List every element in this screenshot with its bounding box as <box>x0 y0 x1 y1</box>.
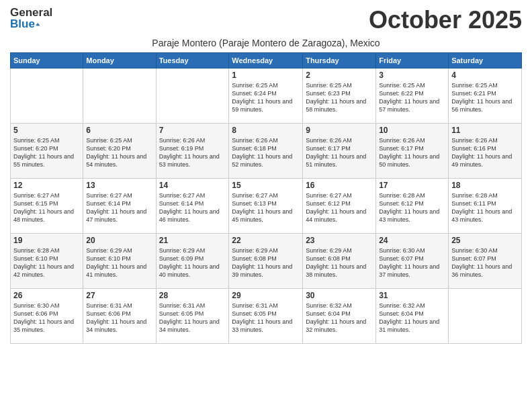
day-info: Sunrise: 6:28 AM Sunset: 6:11 PM Dayligh… <box>451 191 519 224</box>
day-info: Sunrise: 6:31 AM Sunset: 6:06 PM Dayligh… <box>86 302 152 334</box>
calendar-cell: 26Sunrise: 6:30 AM Sunset: 6:06 PM Dayli… <box>11 288 83 343</box>
day-number: 21 <box>159 236 226 245</box>
day-number: 18 <box>451 181 519 190</box>
calendar-cell: 17Sunrise: 6:28 AM Sunset: 6:12 PM Dayli… <box>376 178 449 233</box>
day-number: 30 <box>306 291 373 300</box>
calendar-cell: 6Sunrise: 6:25 AM Sunset: 6:20 PM Daylig… <box>83 123 156 178</box>
calendar-cell: 31Sunrise: 6:32 AM Sunset: 6:04 PM Dayli… <box>376 288 449 343</box>
day-info: Sunrise: 6:26 AM Sunset: 6:19 PM Dayligh… <box>159 136 226 169</box>
calendar-header-monday: Monday <box>83 52 156 68</box>
day-number: 24 <box>379 236 445 245</box>
day-info: Sunrise: 6:26 AM Sunset: 6:18 PM Dayligh… <box>232 136 300 169</box>
calendar-cell: 15Sunrise: 6:27 AM Sunset: 6:13 PM Dayli… <box>229 178 303 233</box>
calendar-cell: 21Sunrise: 6:29 AM Sunset: 6:09 PM Dayli… <box>156 233 229 288</box>
calendar-header-row: SundayMondayTuesdayWednesdayThursdayFrid… <box>11 52 522 68</box>
day-number: 28 <box>159 291 226 300</box>
calendar-cell: 1Sunrise: 6:25 AM Sunset: 6:24 PM Daylig… <box>229 68 303 123</box>
day-info: Sunrise: 6:32 AM Sunset: 6:04 PM Dayligh… <box>306 302 373 334</box>
day-info: Sunrise: 6:31 AM Sunset: 6:05 PM Dayligh… <box>159 302 226 334</box>
day-number: 5 <box>13 126 80 135</box>
day-number: 15 <box>232 181 300 190</box>
day-number: 13 <box>86 181 152 190</box>
calendar-week-1: 5Sunrise: 6:25 AM Sunset: 6:20 PM Daylig… <box>11 123 522 178</box>
calendar-cell: 2Sunrise: 6:25 AM Sunset: 6:23 PM Daylig… <box>303 68 376 123</box>
day-info: Sunrise: 6:27 AM Sunset: 6:14 PM Dayligh… <box>159 191 226 224</box>
day-number: 12 <box>13 181 80 190</box>
day-info: Sunrise: 6:29 AM Sunset: 6:08 PM Dayligh… <box>232 246 300 279</box>
day-info: Sunrise: 6:32 AM Sunset: 6:04 PM Dayligh… <box>379 302 445 334</box>
day-number: 11 <box>451 126 519 135</box>
calendar-cell: 25Sunrise: 6:30 AM Sunset: 6:07 PM Dayli… <box>449 233 522 288</box>
day-info: Sunrise: 6:29 AM Sunset: 6:08 PM Dayligh… <box>306 246 373 279</box>
calendar-cell <box>449 288 522 343</box>
calendar-cell: 8Sunrise: 6:26 AM Sunset: 6:18 PM Daylig… <box>229 123 303 178</box>
calendar-cell: 16Sunrise: 6:27 AM Sunset: 6:12 PM Dayli… <box>303 178 376 233</box>
calendar-cell: 11Sunrise: 6:26 AM Sunset: 6:16 PM Dayli… <box>449 123 522 178</box>
day-info: Sunrise: 6:25 AM Sunset: 6:22 PM Dayligh… <box>379 81 445 114</box>
month-title: October 2025 <box>369 7 522 34</box>
day-info: Sunrise: 6:27 AM Sunset: 6:12 PM Dayligh… <box>306 191 373 224</box>
calendar-cell: 4Sunrise: 6:25 AM Sunset: 6:21 PM Daylig… <box>449 68 522 123</box>
day-info: Sunrise: 6:27 AM Sunset: 6:13 PM Dayligh… <box>232 191 300 224</box>
day-info: Sunrise: 6:31 AM Sunset: 6:05 PM Dayligh… <box>232 302 300 334</box>
day-info: Sunrise: 6:28 AM Sunset: 6:10 PM Dayligh… <box>13 246 80 279</box>
day-info: Sunrise: 6:29 AM Sunset: 6:09 PM Dayligh… <box>159 246 226 279</box>
day-number: 23 <box>306 236 373 245</box>
day-number: 4 <box>451 71 519 80</box>
calendar-cell: 28Sunrise: 6:31 AM Sunset: 6:05 PM Dayli… <box>156 288 229 343</box>
calendar-cell: 9Sunrise: 6:26 AM Sunset: 6:17 PM Daylig… <box>303 123 376 178</box>
page: General Blue October 2025 Paraje Montero… <box>0 0 532 411</box>
day-number: 3 <box>379 71 445 80</box>
day-info: Sunrise: 6:25 AM Sunset: 6:20 PM Dayligh… <box>86 136 152 169</box>
calendar-header-thursday: Thursday <box>303 52 376 68</box>
calendar-cell: 14Sunrise: 6:27 AM Sunset: 6:14 PM Dayli… <box>156 178 229 233</box>
day-info: Sunrise: 6:27 AM Sunset: 6:14 PM Dayligh… <box>86 191 152 224</box>
day-info: Sunrise: 6:30 AM Sunset: 6:07 PM Dayligh… <box>451 246 519 279</box>
calendar-header-tuesday: Tuesday <box>156 52 229 68</box>
calendar-cell: 20Sunrise: 6:29 AM Sunset: 6:10 PM Dayli… <box>83 233 156 288</box>
calendar-cell: 3Sunrise: 6:25 AM Sunset: 6:22 PM Daylig… <box>376 68 449 123</box>
day-number: 25 <box>451 236 519 245</box>
calendar-week-0: 1Sunrise: 6:25 AM Sunset: 6:24 PM Daylig… <box>11 68 522 123</box>
day-number: 16 <box>306 181 373 190</box>
calendar-cell: 19Sunrise: 6:28 AM Sunset: 6:10 PM Dayli… <box>11 233 83 288</box>
day-number: 17 <box>379 181 445 190</box>
calendar-cell: 24Sunrise: 6:30 AM Sunset: 6:07 PM Dayli… <box>376 233 449 288</box>
day-number: 7 <box>159 126 226 135</box>
day-number: 1 <box>232 71 300 80</box>
day-info: Sunrise: 6:29 AM Sunset: 6:10 PM Dayligh… <box>86 246 152 279</box>
day-info: Sunrise: 6:25 AM Sunset: 6:20 PM Dayligh… <box>13 136 80 169</box>
day-number: 20 <box>86 236 152 245</box>
day-info: Sunrise: 6:25 AM Sunset: 6:21 PM Dayligh… <box>451 81 519 114</box>
calendar-cell <box>156 68 229 123</box>
day-number: 8 <box>232 126 300 135</box>
day-info: Sunrise: 6:28 AM Sunset: 6:12 PM Dayligh… <box>379 191 445 224</box>
calendar-cell: 10Sunrise: 6:26 AM Sunset: 6:17 PM Dayli… <box>376 123 449 178</box>
day-number: 29 <box>232 291 300 300</box>
day-info: Sunrise: 6:26 AM Sunset: 6:17 PM Dayligh… <box>379 136 445 169</box>
calendar-week-2: 12Sunrise: 6:27 AM Sunset: 6:15 PM Dayli… <box>11 178 522 233</box>
day-number: 6 <box>86 126 152 135</box>
calendar-table: SundayMondayTuesdayWednesdayThursdayFrid… <box>10 52 522 344</box>
calendar-cell: 7Sunrise: 6:26 AM Sunset: 6:19 PM Daylig… <box>156 123 229 178</box>
logo: General Blue <box>10 7 40 32</box>
location-title: Paraje Montero (Paraje Montero de Zarago… <box>10 38 522 48</box>
calendar-cell <box>11 68 83 123</box>
calendar-header-sunday: Sunday <box>11 52 83 68</box>
day-info: Sunrise: 6:25 AM Sunset: 6:24 PM Dayligh… <box>232 81 300 114</box>
day-number: 31 <box>379 291 445 300</box>
logo-icon <box>36 19 40 30</box>
day-info: Sunrise: 6:30 AM Sunset: 6:06 PM Dayligh… <box>13 302 80 334</box>
day-number: 22 <box>232 236 300 245</box>
calendar-header-friday: Friday <box>376 52 449 68</box>
header: General Blue October 2025 <box>10 7 522 34</box>
calendar-cell: 27Sunrise: 6:31 AM Sunset: 6:06 PM Dayli… <box>83 288 156 343</box>
calendar-cell: 29Sunrise: 6:31 AM Sunset: 6:05 PM Dayli… <box>229 288 303 343</box>
day-info: Sunrise: 6:26 AM Sunset: 6:16 PM Dayligh… <box>451 136 519 169</box>
calendar-week-3: 19Sunrise: 6:28 AM Sunset: 6:10 PM Dayli… <box>11 233 522 288</box>
day-info: Sunrise: 6:27 AM Sunset: 6:15 PM Dayligh… <box>13 191 80 224</box>
calendar-cell: 18Sunrise: 6:28 AM Sunset: 6:11 PM Dayli… <box>449 178 522 233</box>
day-number: 2 <box>306 71 373 80</box>
logo-blue: Blue <box>10 18 35 30</box>
calendar-cell: 23Sunrise: 6:29 AM Sunset: 6:08 PM Dayli… <box>303 233 376 288</box>
